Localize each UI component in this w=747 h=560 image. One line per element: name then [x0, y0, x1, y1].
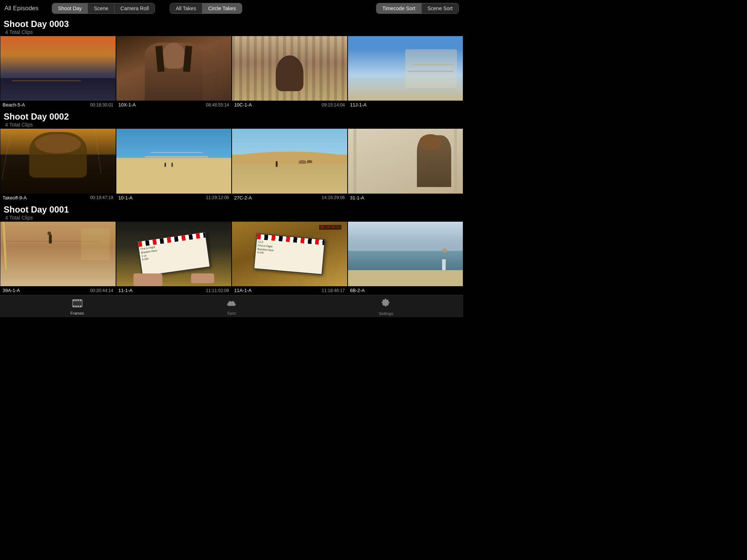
clapboard-shape-1: First in Flight Brandon Hess 1 14 A 2/6/ [137, 232, 210, 276]
clip-tc-27c2a: 14:16:29:06 [322, 195, 345, 200]
clip-info-10x1a: 10X-1-A 08:48:55:14 [116, 101, 232, 109]
clip-thumb-11a1a: 11 A First in Flight Brandon Hess A 2/6/… [232, 222, 347, 286]
clip-cell-11-1a[interactable]: First in Flight Brandon Hess 1 14 A 2/6/… [116, 221, 232, 295]
section-title-0002: Shoot Day 0002 [4, 112, 460, 122]
clip-tc-11a1a: 11:18:46:17 [322, 288, 345, 293]
tab-frames[interactable]: Frames [63, 299, 92, 315]
clip-cell-10-1a[interactable]: 10-1-A 11:29:12:06 [116, 128, 232, 202]
clip-info-39a1a: 39A-1-A 00:20:44:14 [0, 286, 116, 295]
clip-name-11a1a: 11A-1-A [234, 288, 252, 293]
clip-tc-10-1a: 11:29:12:06 [206, 195, 229, 200]
clip-info-10c1a: 10C-1-A 09:15:14:04 [232, 101, 347, 109]
clip-tc-beach5a: 00:18:30:01 [90, 102, 113, 108]
clip-name-beach5a: Beach-5-A [3, 102, 25, 108]
filter-button-group: All Takes Circle Takes [170, 3, 242, 14]
clip-name-11j1a: 11J-1-A [350, 102, 367, 108]
clip-name-takeoff9a: Takeoff-9-A [3, 195, 27, 201]
frames-label: Frames [70, 311, 84, 315]
section-subtitle-0001: 4 Total Clips [5, 215, 460, 221]
circle-takes-button[interactable]: Circle Takes [202, 3, 242, 13]
svg-rect-9 [78, 306, 79, 307]
clip-tc-10c1a: 09:15:14:04 [322, 102, 345, 108]
svg-rect-3 [73, 300, 74, 301]
section-title-0001: Shoot Day 0001 [4, 205, 460, 215]
clip-thumb-11j1a [348, 36, 463, 101]
clip-grid-0003: Beach-5-A 00:18:30:01 10X-1-A 08:48:55:1… [0, 36, 463, 109]
clip-name-10-1a: 10-1-A [119, 195, 133, 201]
scene-sort-button[interactable]: Scene Sort [422, 3, 458, 13]
clip-thumb-27c2a [232, 129, 347, 193]
svg-rect-7 [73, 306, 74, 307]
clip-thumb-31-1a [348, 129, 463, 193]
clapboard-text-1: First in Flight Brandon Hess 1 14 A 2/6/ [140, 238, 206, 261]
clip-cell-31-1a[interactable]: 31-1-A [348, 128, 464, 202]
clip-tc-39a1a: 00:20:44:14 [90, 288, 113, 293]
shoot-day-button[interactable]: Shoot Day [52, 3, 88, 13]
clip-grid-0002: Takeoff-9-A 00:19:47:19 10-1-A 11:29:12:… [0, 128, 463, 202]
tab-sync[interactable]: Sync [217, 299, 246, 315]
clip-info-11j1a: 11J-1-A [348, 101, 463, 109]
clip-cell-39a1a[interactable]: 39A-1-A 00:20:44:14 [0, 221, 116, 295]
settings-icon [381, 298, 391, 310]
clip-grid-0001: 39A-1-A 00:20:44:14 First in Flight Bran… [0, 221, 463, 295]
clip-tc-11-1a: 11:11:02:08 [206, 288, 229, 293]
svg-rect-6 [80, 300, 81, 301]
svg-rect-10 [80, 306, 81, 307]
camera-roll-button[interactable]: Camera Roll [115, 3, 155, 13]
section-title-0003: Shoot Day 0003 [4, 19, 460, 29]
clip-cell-11a1a[interactable]: 11 A First in Flight Brandon Hess A 2/6/… [232, 221, 348, 295]
clip-cell-beach5a[interactable]: Beach-5-A 00:18:30:01 [0, 36, 116, 109]
clip-info-11a1a: 11A-1-A 11:18:46:17 [232, 286, 347, 295]
tab-settings[interactable]: Settings [371, 298, 400, 316]
clip-name-27c2a: 27C-2-A [234, 195, 252, 201]
clapboard-overlay-2: 11 A First in Flight Brandon Hess A 2/6/ [232, 222, 347, 286]
timecode-sort-button[interactable]: Timecode Sort [376, 3, 422, 13]
sort-button-group: Timecode Sort Scene Sort [376, 3, 459, 14]
clip-cell-11j1a[interactable]: 11J-1-A [348, 36, 464, 109]
clip-thumb-39a1a [0, 222, 116, 286]
clip-cell-takeoff9a[interactable]: Takeoff-9-A 00:19:47:19 [0, 128, 116, 202]
clip-name-31-1a: 31-1-A [350, 195, 364, 201]
clip-cell-10x1a[interactable]: 10X-1-A 08:48:55:14 [116, 36, 232, 109]
sync-icon [226, 299, 237, 310]
clip-thumb-11-1a: First in Flight Brandon Hess 1 14 A 2/6/ [116, 222, 232, 286]
section-header-0003: Shoot Day 0003 4 Total Clips [0, 17, 463, 36]
clip-thumb-beach5a [0, 36, 116, 101]
clip-thumb-6b2a [348, 222, 463, 286]
clip-thumb-10x1a [116, 36, 232, 101]
frames-icon [72, 299, 82, 310]
svg-rect-5 [78, 300, 79, 301]
svg-rect-4 [76, 300, 77, 301]
clip-name-11-1a: 11-1-A [119, 288, 133, 293]
clip-cell-6b2a[interactable]: 6B-2-A [348, 221, 464, 295]
clapboard-shape-2: 11 A First in Flight Brandon Hess A 2/6/ [253, 233, 325, 275]
clip-name-6b2a: 6B-2-A [350, 288, 365, 293]
clip-cell-10c1a[interactable]: 10C-1-A 09:15:14:04 [232, 36, 348, 109]
view-button-group: Shoot Day Scene Camera Roll [52, 3, 155, 14]
clip-thumb-10-1a [116, 129, 232, 193]
clip-info-27c2a: 27C-2-A 14:16:29:06 [232, 194, 347, 202]
clip-tc-10x1a: 08:48:55:14 [206, 102, 229, 108]
tab-bar: Frames Sync Settings [0, 295, 463, 317]
clip-info-10-1a: 10-1-A 11:29:12:06 [116, 194, 232, 202]
app-title: All Episodes [4, 5, 44, 12]
section-subtitle-0003: 4 Total Clips [5, 29, 460, 35]
clip-info-11-1a: 11-1-A 11:11:02:08 [116, 286, 232, 295]
clip-thumb-takeoff9a [0, 129, 116, 193]
section-header-0002: Shoot Day 0002 4 Total Clips [0, 109, 463, 128]
clip-info-beach5a: Beach-5-A 00:18:30:01 [0, 101, 116, 109]
svg-rect-1 [73, 301, 82, 306]
clip-info-6b2a: 6B-2-A [348, 286, 463, 295]
top-bar: All Episodes Shoot Day Scene Camera Roll… [0, 0, 463, 17]
clip-info-takeoff9a: Takeoff-9-A 00:19:47:19 [0, 194, 116, 202]
section-subtitle-0002: 4 Total Clips [5, 122, 460, 128]
clip-name-10x1a: 10X-1-A [119, 102, 136, 108]
clip-cell-27c2a[interactable]: 27C-2-A 14:16:29:06 [232, 128, 348, 202]
all-takes-button[interactable]: All Takes [170, 3, 202, 13]
sync-label: Sync [227, 311, 236, 315]
scene-button[interactable]: Scene [88, 3, 115, 13]
section-header-0001: Shoot Day 0001 4 Total Clips [0, 202, 463, 221]
clip-name-39a1a: 39A-1-A [3, 288, 20, 293]
settings-label: Settings [379, 311, 393, 316]
clip-name-10c1a: 10C-1-A [234, 102, 252, 108]
